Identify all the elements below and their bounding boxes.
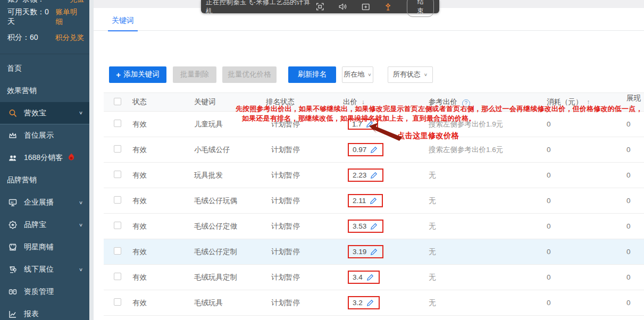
refresh-rank-button[interactable]: 刷新排名	[288, 66, 336, 83]
sidebar-item-label: 首页	[7, 64, 22, 73]
badge-icon	[7, 220, 18, 230]
row-checkbox[interactable]	[114, 196, 121, 204]
impressions-cell: 0	[612, 146, 644, 154]
sidebar-item-label: 效果营销	[7, 86, 37, 96]
location-filter-dropdown[interactable]: 所在地 ∨	[342, 66, 373, 83]
keyword-cell: 毛绒玩具定制	[192, 273, 264, 282]
sidebar-item-label: 报表	[24, 309, 39, 319]
bid-annotation-box: 2.11	[348, 194, 383, 207]
crown-icon	[7, 130, 18, 141]
row-checkbox[interactable]	[114, 273, 121, 280]
select-all-checkbox[interactable]	[114, 98, 121, 105]
batch-delete-button[interactable]: 批量删除	[173, 66, 216, 83]
rank-status-cell: 计划暂停	[264, 222, 341, 231]
sidebar-item-brand-bao[interactable]: 品牌宝 ∨	[0, 214, 89, 236]
rank-status-cell: 计划暂停	[264, 196, 341, 206]
balance-row: 账户余额： 充值	[0, 0, 89, 5]
table-row: 有效 毛绒公仔玩偶 计划暂停 2.11 无 0 0	[104, 188, 644, 214]
impressions-cell: 0	[612, 248, 644, 256]
balance-label: 账户余额：	[7, 0, 45, 4]
impressions-cell: 0	[612, 171, 644, 179]
toolbar: + 添加关键词 批量删除 批量优化价格 刷新排名 所在地 ∨ 所有状态 ∨	[109, 66, 433, 83]
status-cell: 有效	[131, 247, 192, 257]
ref-bid-cell: 无	[423, 273, 542, 282]
sidebar-item-effect-marketing[interactable]: 效果营销	[0, 80, 89, 102]
edit-pencil-icon[interactable]	[366, 274, 374, 281]
row-checkbox[interactable]	[114, 298, 121, 306]
table-row: 有效 毛绒公仔定制 计划暂停 3.19 无 0 0	[104, 239, 644, 265]
ref-bid-cell: 无	[423, 196, 542, 206]
table-row: 有效 毛绒公仔定做 计划暂停 3.53 无 0 0	[104, 214, 644, 239]
points-redeem-link[interactable]: 积分兑奖	[55, 33, 84, 43]
bid-annotation-box: 3.2	[348, 296, 380, 309]
users-icon	[7, 153, 18, 163]
sidebar-scrollbar[interactable]	[89, 0, 94, 320]
sidebar-item-offline-booth[interactable]: 线下展位 ∨	[0, 258, 89, 281]
sunflower-icon[interactable]	[384, 3, 392, 11]
status-filter-label: 所有状态	[393, 70, 421, 79]
sidebar-item-brand-marketing[interactable]: 品牌营销	[0, 169, 89, 191]
sidebar-item-yingxiaobao[interactable]: 营效宝 ∨	[0, 102, 89, 124]
cost-cell: 0	[542, 248, 612, 256]
tab-keywords[interactable]: 关键词	[108, 13, 138, 31]
billing-detail-link[interactable]: 账单明细	[56, 7, 84, 27]
edit-pencil-icon[interactable]	[370, 146, 378, 154]
points-label: 积分：60	[7, 33, 38, 43]
chevron-down-icon: ∨	[424, 72, 428, 77]
annotation-text-2: 如果还是有排名，那继续改低，如果没排名就加上去， 直到最合适的价格。	[242, 114, 475, 123]
recharge-link[interactable]: 充值	[70, 0, 84, 4]
chevron-down-icon: ∨	[79, 222, 83, 228]
status-cell: 有效	[131, 273, 192, 282]
status-cell: 有效	[131, 196, 192, 206]
edit-pencil-icon[interactable]	[370, 248, 378, 256]
sidebar-item-label: 企业展播	[24, 198, 54, 207]
sidebar-item-label: 线下展位	[24, 265, 54, 274]
status-cell: 有效	[131, 222, 192, 231]
row-checkbox[interactable]	[114, 171, 121, 178]
batch-optimize-button[interactable]: 批量优化价格	[222, 66, 277, 83]
sidebar-item-label: 明星商铺	[24, 242, 54, 252]
chevron-down-icon: ∨	[367, 72, 371, 77]
impressions-cell: 0	[612, 197, 644, 205]
rank-status-cell: 计划暂停	[264, 298, 341, 308]
table-row: 有效 毛绒玩具 计划暂停 3.2 无 0 0	[104, 290, 644, 316]
pin-icon	[7, 264, 18, 275]
sidebar-item-home[interactable]: 首页	[0, 57, 89, 80]
keyword-cell: 毛绒公仔定制	[192, 247, 264, 257]
sidebar-item-enterprise-show[interactable]: av 企业展播 ∨	[0, 191, 89, 214]
status-cell: 有效	[131, 171, 192, 180]
rank-status-cell: 计划暂停	[264, 273, 341, 282]
sidebar-item-top-display[interactable]: 首位展示	[0, 124, 89, 147]
remote-control-title: 正在控制秦玉飞-米修工艺品的计算机	[206, 0, 316, 16]
fullscreen-icon[interactable]	[316, 3, 324, 11]
remote-control-bar: 正在控制秦玉飞-米修工艺品的计算机 结束	[201, 0, 439, 13]
status-filter-dropdown[interactable]: 所有状态 ∨	[388, 66, 433, 83]
ref-bid-cell: 无	[423, 222, 542, 231]
sidebar-item-1688-distribution[interactable]: 1688分销客	[0, 147, 89, 169]
chevron-down-icon: ∨	[79, 200, 83, 205]
edit-pencil-icon[interactable]	[366, 299, 374, 307]
speaker-icon[interactable]	[338, 3, 347, 11]
keyword-cell: 毛绒公仔玩偶	[192, 196, 264, 206]
impressions-cell: 0	[612, 120, 644, 128]
row-checkbox[interactable]	[114, 120, 121, 127]
edit-pencil-icon[interactable]	[370, 223, 378, 230]
row-checkbox[interactable]	[114, 145, 121, 153]
edit-pencil-icon[interactable]	[370, 197, 377, 205]
sidebar-item-qualification[interactable]: 资质管理	[0, 281, 89, 303]
row-checkbox[interactable]	[114, 247, 121, 255]
edit-pencil-icon[interactable]	[370, 172, 378, 179]
window-icon[interactable]	[362, 3, 370, 11]
keyword-cell: 小毛绒公仔	[192, 145, 264, 155]
row-checkbox[interactable]	[114, 222, 121, 229]
status-cell: 有效	[131, 145, 192, 155]
sidebar-item-report[interactable]: 报表	[0, 303, 89, 320]
rank-status-cell: 计划暂停	[264, 145, 341, 155]
add-keyword-button[interactable]: + 添加关键词	[109, 66, 166, 83]
ref-bid-cell: 无	[423, 247, 542, 257]
bid-value: 3.19	[353, 248, 366, 256]
sidebar-item-star-shop[interactable]: 明星商铺	[0, 236, 89, 258]
impressions-cell: 0	[612, 299, 644, 307]
chart-icon	[7, 309, 18, 319]
end-session-button[interactable]: 结束	[407, 0, 434, 17]
